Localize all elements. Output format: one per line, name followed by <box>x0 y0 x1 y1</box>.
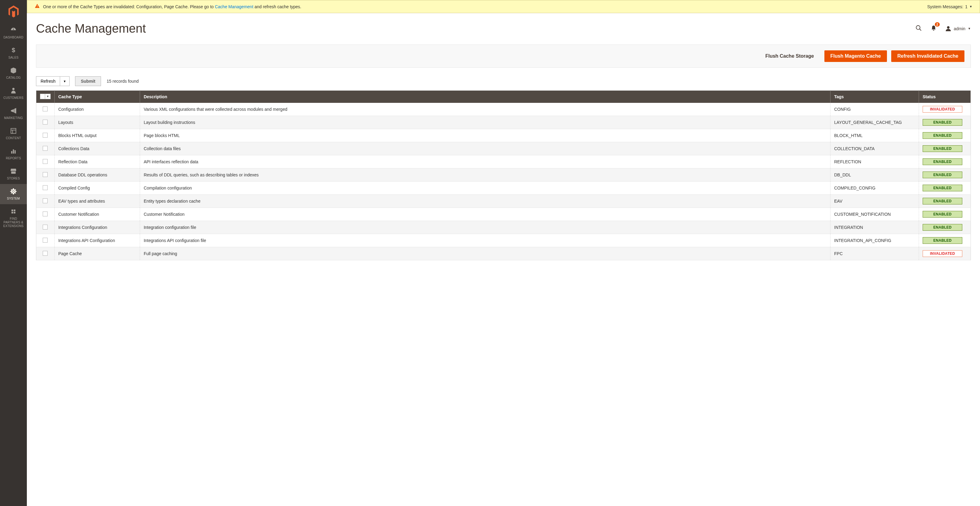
nav-label: SALES <box>8 56 18 59</box>
cell-cache-type: Layouts <box>54 116 140 129</box>
nav-stores[interactable]: STORES <box>0 164 27 184</box>
row-checkbox[interactable] <box>43 224 48 229</box>
cell-tags: DB_DDL <box>830 169 919 181</box>
nav-system[interactable]: SYSTEM <box>0 184 27 204</box>
partners-icon <box>10 208 17 215</box>
nav-dashboard[interactable]: DASHBOARD <box>0 23 27 43</box>
svg-rect-12 <box>14 212 15 214</box>
table-row: ConfigurationVarious XML configurations … <box>36 103 971 116</box>
row-checkbox[interactable] <box>43 251 48 256</box>
cell-description: Full page caching <box>140 247 830 260</box>
row-checkbox[interactable] <box>43 238 48 243</box>
col-header-description[interactable]: Description <box>140 91 830 103</box>
select-all-toggle[interactable]: ▼ <box>40 94 51 99</box>
cell-cache-type: Database DDL operations <box>54 169 140 181</box>
chevron-down-icon: ▼ <box>63 80 66 83</box>
nav-label: STORES <box>7 177 20 180</box>
nav-content[interactable]: CONTENT <box>0 124 27 144</box>
table-row: LayoutsLayout building instructionsLAYOU… <box>36 116 971 129</box>
mass-action-dropdown-toggle[interactable]: ▼ <box>60 76 70 86</box>
records-found-label: 15 records found <box>107 79 138 84</box>
table-row: Reflection DataAPI interfaces reflection… <box>36 155 971 169</box>
select-all-header: ▼ <box>36 91 55 103</box>
row-checkbox-cell <box>36 247 55 260</box>
nav-sales[interactable]: $SALES <box>0 43 27 63</box>
cell-tags: INTEGRATION_API_CONFIG <box>830 234 919 247</box>
mass-action-select[interactable]: Refresh <box>36 76 60 86</box>
system-icon <box>10 188 17 195</box>
table-row: Blocks HTML outputPage blocks HTMLBLOCK_… <box>36 129 971 142</box>
nav-label: CUSTOMERS <box>3 96 24 100</box>
row-checkbox[interactable] <box>43 198 48 203</box>
table-row: Page CacheFull page cachingFPCINVALIDATE… <box>36 247 971 260</box>
chevron-down-icon: ▼ <box>969 5 972 8</box>
cell-cache-type: EAV types and attributes <box>54 195 140 208</box>
content-icon <box>10 127 17 135</box>
nav-label: MARKETING <box>4 116 22 120</box>
svg-rect-11 <box>11 212 13 214</box>
svg-text:$: $ <box>11 47 15 53</box>
notification-badge: 2 <box>935 22 940 27</box>
status-badge: ENABLED <box>923 132 962 139</box>
flush-magento-cache-button[interactable]: Flush Magento Cache <box>824 50 887 62</box>
row-checkbox[interactable] <box>43 159 48 164</box>
nav-catalog[interactable]: CATALOG <box>0 63 27 83</box>
refresh-invalidated-cache-button[interactable]: Refresh Invalidated Cache <box>891 50 964 62</box>
nav-find-partners-extensions[interactable]: FIND PARTNERS & EXTENSIONS <box>0 204 27 232</box>
col-header-status[interactable]: Status <box>919 91 971 103</box>
stores-icon <box>10 167 17 175</box>
table-row: Integrations API ConfigurationIntegratio… <box>36 234 971 247</box>
cell-tags: COLLECTION_DATA <box>830 142 919 155</box>
svg-point-8 <box>13 191 14 192</box>
cache-management-link[interactable]: Cache Management <box>215 4 253 9</box>
row-checkbox[interactable] <box>43 146 48 151</box>
cell-description: Entity types declaration cache <box>140 195 830 208</box>
table-row: Compiled ConfigCompilation configuration… <box>36 181 971 195</box>
admin-username: admin <box>954 26 966 31</box>
nav-marketing[interactable]: MARKETING <box>0 103 27 124</box>
search-icon <box>915 25 922 32</box>
magento-logo-icon <box>8 5 19 18</box>
row-checkbox[interactable] <box>43 212 48 216</box>
row-checkbox-cell <box>36 169 55 181</box>
cell-tags: COMPILED_CONFIG <box>830 181 919 195</box>
select-all-checkbox[interactable] <box>40 94 45 99</box>
submit-button[interactable]: Submit <box>75 76 101 86</box>
system-messages-toggle[interactable]: System Messages: 1 ▼ <box>927 4 972 9</box>
cell-status: ENABLED <box>919 208 971 221</box>
cell-tags: EAV <box>830 195 919 208</box>
cell-status: ENABLED <box>919 181 971 195</box>
main-content: One or more of the Cache Types are inval… <box>27 0 980 506</box>
nav-reports[interactable]: REPORTS <box>0 144 27 164</box>
row-checkbox[interactable] <box>43 172 48 177</box>
svg-point-15 <box>916 25 920 30</box>
reports-icon <box>10 147 17 155</box>
row-checkbox[interactable] <box>43 119 48 124</box>
notifications-button[interactable]: 2 <box>931 25 937 32</box>
cell-tags: INTEGRATION <box>830 221 919 234</box>
search-button[interactable] <box>915 25 922 32</box>
customers-icon <box>10 87 17 94</box>
row-checkbox[interactable] <box>43 133 48 138</box>
svg-rect-6 <box>13 150 14 154</box>
row-checkbox[interactable] <box>43 107 48 111</box>
cell-cache-type: Integrations API Configuration <box>54 234 140 247</box>
nav-customers[interactable]: CUSTOMERS <box>0 83 27 103</box>
cell-tags: CUSTOMER_NOTIFICATION <box>830 208 919 221</box>
magento-logo[interactable] <box>0 0 27 23</box>
action-bar: Flush Cache Storage Flush Magento Cache … <box>36 45 971 68</box>
svg-point-17 <box>947 26 950 29</box>
col-header-tags[interactable]: Tags <box>830 91 919 103</box>
admin-user-menu[interactable]: admin ▼ <box>945 25 971 32</box>
row-checkbox-cell <box>36 208 55 221</box>
flush-cache-storage-button[interactable]: Flush Cache Storage <box>759 50 820 62</box>
row-checkbox[interactable] <box>43 185 48 190</box>
status-badge: ENABLED <box>923 237 962 244</box>
row-checkbox-cell <box>36 221 55 234</box>
row-checkbox-cell <box>36 181 55 195</box>
status-badge: ENABLED <box>923 198 962 204</box>
cell-description: Customer Notification <box>140 208 830 221</box>
cell-tags: REFLECTION <box>830 155 919 169</box>
cell-cache-type: Customer Notification <box>54 208 140 221</box>
col-header-cache-type[interactable]: Cache Type <box>54 91 140 103</box>
